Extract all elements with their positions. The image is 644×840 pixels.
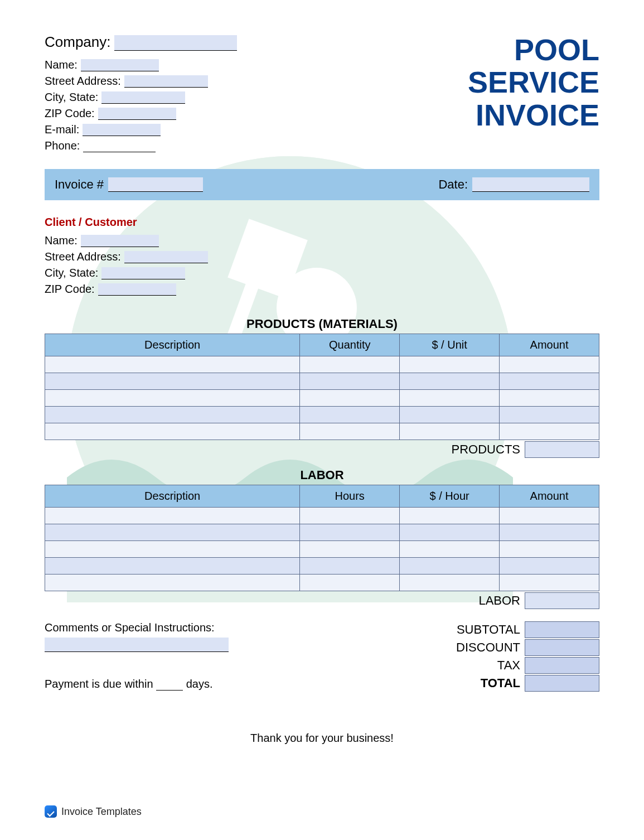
products-row [45, 423, 599, 440]
products-subtotal-label: PRODUCTS [452, 442, 520, 457]
labor-cell-hours[interactable] [300, 558, 400, 575]
total-label: TOTAL [481, 676, 520, 691]
client-citystate-input[interactable] [101, 267, 185, 279]
check-icon [45, 805, 57, 818]
labor-row [45, 575, 599, 591]
products-cell-amount[interactable] [500, 390, 599, 407]
products-subtotal-value[interactable] [525, 441, 599, 458]
company-phone-label: Phone: [45, 139, 80, 152]
labor-cell-hours[interactable] [300, 575, 400, 591]
products-cell-quantity[interactable] [300, 373, 400, 390]
comments-label: Comments or Special Instructions: [45, 621, 456, 634]
labor-cell-description[interactable] [45, 524, 300, 541]
products-row [45, 407, 599, 423]
products-row [45, 373, 599, 390]
invoice-number-label: Invoice # [55, 177, 104, 192]
footer-brand-text: Invoice Templates [61, 806, 142, 818]
company-label: Company: [45, 33, 111, 51]
company-phone-input[interactable] [83, 140, 156, 152]
client-street-input[interactable] [124, 251, 208, 263]
client-name-label: Name: [45, 234, 78, 247]
products-cell-amount[interactable] [500, 373, 599, 390]
labor-cell-description[interactable] [45, 575, 300, 591]
payment-suffix: days. [186, 678, 213, 690]
labor-cell-amount[interactable] [500, 524, 599, 541]
footer-brand: Invoice Templates [45, 805, 142, 818]
company-street-input[interactable] [124, 75, 208, 88]
invoice-date-label: Date: [438, 177, 468, 192]
labor-cell-description[interactable] [45, 541, 300, 558]
labor-cell-rate[interactable] [400, 524, 500, 541]
labor-cell-hours[interactable] [300, 508, 400, 524]
title-line-2: SERVICE [468, 66, 599, 98]
tax-value[interactable] [525, 657, 599, 674]
products-cell-description[interactable] [45, 407, 300, 423]
labor-cell-rate[interactable] [400, 575, 500, 591]
labor-header-description: Description [45, 485, 300, 508]
labor-header-amount: Amount [500, 485, 599, 508]
products-cell-description[interactable] [45, 373, 300, 390]
products-cell-unit[interactable] [400, 423, 500, 440]
labor-cell-amount[interactable] [500, 508, 599, 524]
labor-row [45, 541, 599, 558]
thankyou-message: Thank you for your business! [45, 732, 599, 745]
products-header-amount: Amount [500, 334, 599, 356]
client-zip-input[interactable] [98, 283, 176, 296]
products-table: Description Quantity $ / Unit Amount [45, 334, 599, 440]
products-cell-quantity[interactable] [300, 423, 400, 440]
products-cell-description[interactable] [45, 356, 300, 373]
products-cell-amount[interactable] [500, 423, 599, 440]
labor-cell-rate[interactable] [400, 541, 500, 558]
company-name-input[interactable] [81, 59, 159, 71]
subtotal-value[interactable] [525, 621, 599, 638]
products-cell-description[interactable] [45, 390, 300, 407]
products-cell-quantity[interactable] [300, 407, 400, 423]
company-input[interactable] [114, 35, 237, 51]
products-cell-description[interactable] [45, 423, 300, 440]
products-row [45, 356, 599, 373]
labor-cell-hours[interactable] [300, 541, 400, 558]
labor-cell-description[interactable] [45, 558, 300, 575]
labor-row [45, 508, 599, 524]
products-cell-quantity[interactable] [300, 356, 400, 373]
comments-input[interactable] [45, 638, 229, 652]
invoice-number-input[interactable] [108, 177, 203, 192]
labor-cell-hours[interactable] [300, 524, 400, 541]
client-heading: Client / Customer [45, 216, 599, 229]
labor-cell-rate[interactable] [400, 558, 500, 575]
company-name-label: Name: [45, 59, 78, 71]
labor-cell-amount[interactable] [500, 575, 599, 591]
labor-row [45, 558, 599, 575]
document-title: POOL SERVICE INVOICE [468, 33, 599, 131]
company-zip-input[interactable] [98, 108, 176, 120]
payment-terms: Payment is due within days. [45, 678, 456, 691]
company-street-label: Street Address: [45, 75, 121, 88]
tax-label: TAX [497, 658, 520, 673]
company-email-input[interactable] [83, 124, 161, 136]
products-cell-quantity[interactable] [300, 390, 400, 407]
labor-cell-rate[interactable] [400, 508, 500, 524]
company-citystate-input[interactable] [101, 91, 185, 104]
labor-header-hours: Hours [300, 485, 400, 508]
labor-cell-amount[interactable] [500, 541, 599, 558]
client-street-label: Street Address: [45, 250, 121, 263]
discount-value[interactable] [525, 639, 599, 656]
products-cell-unit[interactable] [400, 390, 500, 407]
total-value[interactable] [525, 675, 599, 692]
labor-table: Description Hours $ / Hour Amount [45, 485, 599, 591]
labor-cell-description[interactable] [45, 508, 300, 524]
client-citystate-label: City, State: [45, 267, 98, 279]
products-cell-amount[interactable] [500, 407, 599, 423]
products-cell-unit[interactable] [400, 356, 500, 373]
products-header-description: Description [45, 334, 300, 356]
labor-cell-amount[interactable] [500, 558, 599, 575]
products-header-unit: $ / Unit [400, 334, 500, 356]
labor-title: LABOR [45, 468, 599, 482]
payment-days-input[interactable] [156, 678, 183, 691]
products-cell-unit[interactable] [400, 407, 500, 423]
client-name-input[interactable] [81, 235, 159, 247]
products-cell-unit[interactable] [400, 373, 500, 390]
invoice-date-input[interactable] [472, 177, 589, 192]
products-cell-amount[interactable] [500, 356, 599, 373]
labor-subtotal-value[interactable] [525, 592, 599, 609]
